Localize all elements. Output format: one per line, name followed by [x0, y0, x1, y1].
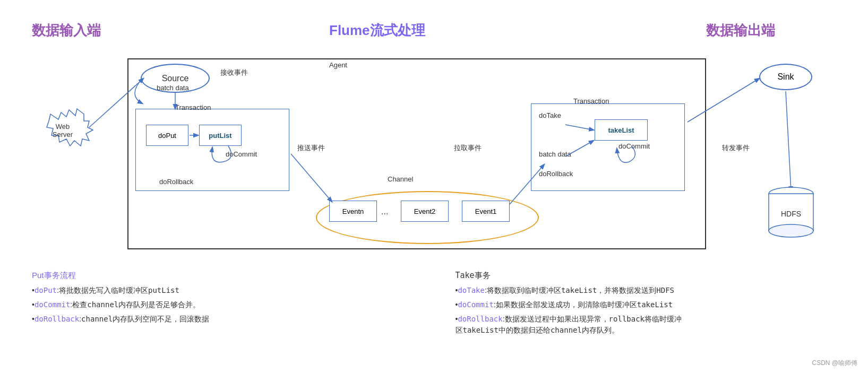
receive-event-label: 接收事件 — [220, 68, 248, 77]
agent-label: Agent — [329, 61, 347, 69]
svg-text:Web: Web — [56, 123, 70, 131]
event1-box: Event1 — [462, 201, 510, 222]
bottom-left-title: Put事务流程 — [32, 271, 413, 281]
bottom-right-item-2: •doCommit:如果数据全部发送成功，则清除临时缓冲区takeList — [456, 299, 837, 310]
sink-oval: Sink — [759, 64, 812, 90]
takelist-box: takeList — [595, 119, 648, 141]
doput-box: doPut — [146, 125, 188, 146]
putlist-label: putList — [209, 132, 231, 140]
channel-label: Channel — [388, 175, 413, 183]
dorollback-left-label: doRollback — [159, 178, 193, 186]
eventn-box: Eventn — [329, 201, 377, 222]
input-label: 数据输入端 — [32, 21, 101, 40]
dorollback-right-label: doRollback — [539, 170, 573, 178]
transaction-right-label: Transaction — [573, 97, 609, 105]
event1-label: Event1 — [475, 207, 496, 215]
svg-marker-0 — [47, 109, 93, 146]
bottom-left-item-3: •doRollback:channel内存队列空间不足，回滚数据 — [32, 314, 413, 325]
bottom-right-title: Take事务 — [456, 271, 837, 281]
transaction-left-box — [135, 109, 289, 191]
putlist-box: putList — [199, 125, 242, 146]
bottom-left-item-2: •doCommit:检查channel内存队列是否足够合并。 — [32, 299, 413, 310]
bottom-section: Put事务流程 •doPut:将批数据先写入临时缓冲区putList •doCo… — [0, 271, 868, 339]
doput-label: doPut — [158, 132, 176, 140]
output-label: 数据输出端 — [706, 21, 775, 40]
flume-label: Flume流式处理 — [329, 21, 425, 40]
sink-label: Sink — [777, 72, 794, 82]
event2-label: Event2 — [414, 207, 435, 215]
svg-text:HDFS: HDFS — [781, 210, 801, 218]
forward-event-label: 转发事件 — [722, 143, 750, 153]
bottom-right-item-1: •doTake:将数据取到临时缓冲区takeList，并将数据发送到HDFS — [456, 285, 837, 296]
svg-point-9 — [769, 187, 813, 200]
bottom-right-item-3: •doRollback:数据发送过程中如果出现异常，rollback将临时缓冲 … — [456, 314, 837, 336]
dots-label: ... — [381, 207, 388, 216]
pull-event-label: 拉取事件 — [454, 143, 482, 153]
svg-point-11 — [769, 224, 813, 237]
source-label: Source — [162, 74, 189, 83]
push-event-label: 推送事件 — [297, 143, 325, 153]
dotake-label: doTake — [539, 111, 561, 119]
bottom-left-col: Put事务流程 •doPut:将批数据先写入临时缓冲区putList •doCo… — [32, 271, 413, 339]
transaction-left-label: Transaction — [175, 103, 211, 111]
event2-box: Event2 — [401, 201, 449, 222]
docommit-left-label: doCommit — [226, 150, 257, 158]
bottom-right-col: Take事务 •doTake:将数据取到临时缓冲区takeList，并将数据发送… — [456, 271, 837, 339]
takelist-label: takeList — [608, 126, 634, 134]
svg-rect-10 — [769, 194, 813, 231]
bottom-left-item-1: •doPut:将批数据先写入临时缓冲区putList — [32, 285, 413, 296]
watermark: CSDN @喻师傅 — [812, 359, 857, 368]
eventn-label: Eventn — [342, 207, 364, 215]
batchdata-right-label: batch data — [539, 150, 571, 158]
batch-data-label: batch data — [157, 84, 189, 92]
svg-line-8 — [786, 91, 791, 191]
svg-text:Server: Server — [53, 131, 73, 138]
docommit-right-label: doCommit — [618, 142, 650, 150]
